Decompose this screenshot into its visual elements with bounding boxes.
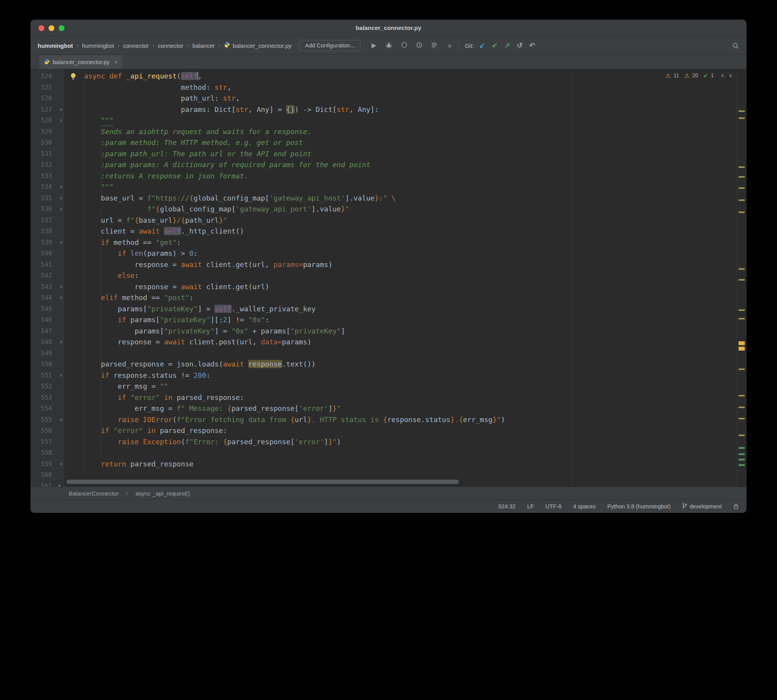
caret-position[interactable]: 524:32 (498, 503, 516, 510)
breadcrumb-file[interactable]: balancer_connector.py (224, 42, 291, 49)
code-line-534[interactable]: """ (64, 182, 746, 193)
gutter-line-542[interactable]: 542 (31, 270, 64, 281)
code-line-531[interactable]: :param path_url: The path url or the API… (64, 148, 746, 160)
next-problem-icon[interactable]: ∨ (729, 73, 732, 78)
breadcrumb-package[interactable]: hummingbot (82, 42, 114, 49)
code-line-540[interactable]: if len(params) > 0: (64, 248, 746, 259)
stripe-mark[interactable] (739, 176, 745, 178)
fold-marker-icon[interactable]: ∧ (59, 281, 63, 293)
fold-marker-icon[interactable]: ∨ (59, 292, 63, 304)
stripe-mark[interactable] (739, 117, 745, 119)
profiler-icon[interactable] (415, 42, 423, 50)
gutter-line-540[interactable]: 540 (31, 248, 64, 259)
stripe-mark[interactable] (739, 459, 745, 461)
gutter-line-546[interactable]: 546 (31, 314, 64, 326)
gutter-line-529[interactable]: 529 (31, 126, 64, 138)
breadcrumb-project[interactable]: hummingbot (38, 42, 73, 49)
code-line-532[interactable]: :param params: A dictionary of required … (64, 159, 746, 171)
code-line-553[interactable]: if "error" in parsed_response: (64, 392, 746, 403)
stripe-mark[interactable] (739, 268, 745, 270)
fold-marker-icon[interactable]: ∧ (59, 459, 63, 470)
fold-marker-icon[interactable]: ∧ (59, 414, 63, 426)
code-line-528[interactable]: """ (64, 115, 746, 126)
stripe-mark[interactable] (739, 318, 745, 319)
stripe-mark[interactable] (739, 464, 745, 466)
file-encoding[interactable]: UTF-8 (545, 503, 561, 510)
debug-icon[interactable] (385, 42, 393, 50)
gutter-line-536[interactable]: 536∧ (31, 204, 64, 215)
gutter-line-548[interactable]: 548∧ (31, 337, 64, 348)
breadcrumb-package[interactable]: balancer (192, 42, 215, 49)
zoom-window-button[interactable] (59, 25, 64, 31)
gutter-line-530[interactable]: 530 (31, 137, 64, 148)
fold-marker-icon[interactable]: ∨ (59, 370, 63, 381)
stripe-mark[interactable] (739, 447, 745, 449)
gutter-line-557[interactable]: 557 (31, 436, 64, 448)
update-project-icon[interactable]: ↙ (479, 42, 485, 49)
gutter-line-543[interactable]: 543∧ (31, 281, 64, 293)
gutter-line-558[interactable]: 558 (31, 447, 64, 459)
gutter-line-538[interactable]: 538 (31, 226, 64, 237)
titlebar[interactable]: balancer_connector.py (31, 20, 746, 37)
gutter-line-531[interactable]: 531 (31, 148, 64, 160)
gutter-line-549[interactable]: 549 (31, 348, 64, 359)
stop-icon[interactable]: ■ (446, 43, 453, 49)
gutter-line-560[interactable]: 560 (31, 470, 64, 481)
tab-balancer-connector[interactable]: balancer_connector.py × (39, 55, 122, 69)
gutter-line-559[interactable]: 559∧ (31, 459, 64, 470)
close-tab-icon[interactable]: × (115, 59, 118, 65)
code-line-548[interactable]: response = await client.post(url, data=p… (64, 337, 746, 348)
code-line-558[interactable] (64, 447, 746, 459)
stripe-mark[interactable] (739, 211, 745, 213)
gutter-line-526[interactable]: 526 (31, 93, 64, 104)
stripe-mark[interactable] (739, 166, 745, 168)
navigate-up-icon[interactable]: ↑ (57, 481, 61, 487)
stripe-mark[interactable] (739, 110, 745, 112)
code-line-549[interactable] (64, 348, 746, 359)
push-icon[interactable]: ↗ (504, 42, 510, 49)
fold-marker-icon[interactable]: ∧ (59, 204, 63, 215)
fold-marker-icon[interactable]: ∨ (59, 237, 63, 248)
code-line-542[interactable]: else: (64, 270, 746, 281)
fold-marker-icon[interactable]: ∨ (59, 193, 63, 204)
breadcrumb-package[interactable]: connector (158, 42, 183, 49)
code-line-552[interactable]: err_msg = "" (64, 381, 746, 392)
add-configuration-button[interactable]: Add Configuration... (299, 40, 361, 51)
code-line-550[interactable]: parsed_response = json.loads(await respo… (64, 359, 746, 370)
inspections-widget[interactable]: ⚠ 11 ⚠ 20 ✔ 1 ∧ ∨ (666, 72, 732, 79)
gutter-line-547[interactable]: 547 (31, 326, 64, 337)
stripe-mark[interactable] (739, 395, 745, 396)
stripe-mark[interactable] (739, 453, 745, 455)
code-line-557[interactable]: raise Exception(f"Error: {parsed_respons… (64, 436, 746, 448)
gutter-line-535[interactable]: 535∨ (31, 193, 64, 204)
previous-problem-icon[interactable]: ∧ (721, 73, 724, 78)
gutter-line-553[interactable]: 553 (31, 392, 64, 403)
gutter-line-551[interactable]: 551∨ (31, 370, 64, 381)
gutter-line-534[interactable]: 534∧ (31, 182, 64, 193)
code-line-527[interactable]: params: Dict[str, Any] = {}) -> Dict[str… (64, 104, 746, 115)
gutter-line-550[interactable]: 550 (31, 359, 64, 370)
stripe-mark[interactable] (739, 187, 745, 189)
gutter-line-539[interactable]: 539∨ (31, 237, 64, 248)
gutter-line-555[interactable]: 555∧ (31, 414, 64, 426)
gutter-line-524[interactable]: 524 (31, 71, 64, 82)
gutter-line-544[interactable]: 544∨ (31, 292, 64, 304)
horizontal-scrollbar[interactable] (66, 480, 459, 484)
gutter-line-528[interactable]: 528∨ (31, 115, 64, 126)
gutter-line-537[interactable]: 537 (31, 215, 64, 226)
code-area[interactable]: async def _api_request(self, method: str… (64, 69, 746, 487)
stripe-mark[interactable] (739, 418, 745, 419)
code-line-556[interactable]: if "error" in parsed_response: (64, 425, 746, 436)
gutter-line-541[interactable]: 541 (31, 259, 64, 271)
breadcrumb-package[interactable]: connector (123, 42, 149, 49)
rollback-icon[interactable]: ↶ (529, 42, 535, 49)
code-line-537[interactable]: url = f"{base_url}/{path_url}" (64, 215, 746, 226)
code-line-545[interactable]: params["privateKey"] = self._wallet_priv… (64, 304, 746, 315)
gutter-line-527[interactable]: 527∨ (31, 104, 64, 115)
code-line-555[interactable]: raise IOError(f"Error fetching data from… (64, 414, 746, 426)
code-line-547[interactable]: params["privateKey"] = "0x" + params["pr… (64, 326, 746, 337)
stripe-mark[interactable] (739, 309, 745, 311)
gutter-line-533[interactable]: 533 (31, 171, 64, 182)
stripe-mark[interactable] (739, 435, 745, 436)
fold-marker-icon[interactable]: ∧ (59, 337, 63, 348)
